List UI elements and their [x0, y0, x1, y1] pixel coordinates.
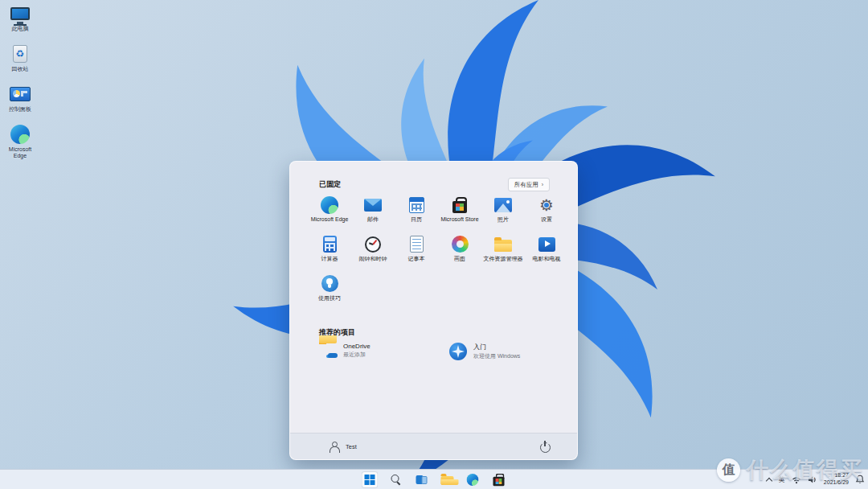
pinned-app-paint[interactable]: 画图	[438, 232, 481, 271]
recommended-item-get-started[interactable]: 入门 欢迎使用 Windows	[444, 340, 525, 363]
store-icon	[451, 195, 469, 214]
pinned-app-photos[interactable]: 照片	[481, 192, 525, 232]
search-icon	[391, 475, 400, 484]
calculator-icon	[321, 235, 339, 253]
desktop-icon-label: 控制面板	[9, 106, 31, 113]
desktop-icon-label: 此电脑	[12, 26, 29, 32]
pinned-apps-grid: Microsoft Edge 邮件 日历 Microsoft Store 照片 …	[308, 192, 573, 310]
task-view-icon	[416, 475, 427, 484]
taskbar-clock[interactable]: 18:27 2021/6/29	[824, 472, 849, 487]
pinned-app-tips[interactable]: 使用技巧	[308, 271, 351, 310]
edge-button[interactable]	[465, 471, 481, 488]
pinned-section-header: 已固定	[319, 179, 341, 190]
ime-language-indicator[interactable]: 英	[779, 475, 785, 484]
pinned-app-movies-tv[interactable]: 电影和电视	[525, 232, 568, 271]
desktop-icon-recycle-bin[interactable]: ♻ 回收站	[2, 43, 39, 72]
start-menu-footer: Test	[290, 433, 577, 459]
user-name: Test	[346, 443, 357, 450]
desktop-icon-label: 回收站	[12, 66, 29, 72]
edge-icon	[321, 195, 339, 214]
taskbar-center-icons	[362, 470, 507, 489]
hidden-icons-chevron[interactable]	[767, 477, 772, 483]
pinned-app-calendar[interactable]: 日历	[395, 192, 438, 232]
task-view-button[interactable]	[413, 471, 430, 488]
desktop-icon-edge[interactable]: Microsoft Edge	[2, 124, 39, 159]
paint-palette-icon	[451, 235, 469, 253]
photos-icon	[494, 195, 513, 214]
desktop: 此电脑 ♻ 回收站 控制面板 Microsoft Edge 已固定 所有应用 ›…	[0, 0, 868, 489]
store-icon	[493, 477, 504, 487]
file-explorer-button[interactable]	[439, 471, 456, 488]
search-button[interactable]	[387, 471, 404, 488]
pinned-app-mail[interactable]: 邮件	[351, 192, 395, 232]
power-button[interactable]	[538, 440, 551, 453]
this-pc-icon	[10, 3, 31, 24]
notifications-bell-icon[interactable]	[855, 475, 865, 484]
folder-icon	[440, 476, 453, 485]
taskbar: 英 18:27 2021/6/29	[0, 469, 868, 489]
pinned-app-alarms-clock[interactable]: 闹钟和时钟	[351, 232, 395, 271]
tips-bulb-icon	[321, 274, 339, 293]
start-menu: 已固定 所有应用 › Microsoft Edge 邮件 日历 Microsof…	[289, 161, 578, 460]
pinned-app-notepad[interactable]: 记事本	[395, 232, 438, 271]
desktop-icon-label: Microsoft Edge	[2, 146, 39, 159]
recycle-bin-icon: ♻	[10, 43, 31, 64]
user-account-button[interactable]: Test	[322, 439, 363, 454]
clock-icon	[364, 235, 383, 253]
all-apps-button[interactable]: 所有应用 ›	[508, 178, 550, 191]
network-icon[interactable]	[792, 475, 801, 484]
pinned-app-microsoft-edge[interactable]: Microsoft Edge	[308, 192, 351, 232]
onedrive-folder-icon	[319, 343, 337, 358]
gear-icon: ⚙	[538, 195, 556, 214]
desktop-icon-list: 此电脑 ♻ 回收站 控制面板 Microsoft Edge	[2, 3, 39, 159]
edge-icon	[10, 124, 31, 145]
desktop-icon-control-panel[interactable]: 控制面板	[2, 84, 39, 113]
desktop-icon-this-pc[interactable]: 此电脑	[2, 3, 39, 32]
pinned-app-microsoft-store[interactable]: Microsoft Store	[438, 192, 481, 232]
notepad-icon	[407, 235, 426, 253]
volume-icon[interactable]	[808, 475, 817, 484]
windows-logo-icon	[365, 475, 375, 485]
pinned-app-settings[interactable]: ⚙ 设置	[525, 192, 568, 232]
pinned-app-calculator[interactable]: 计算器	[308, 232, 351, 271]
chevron-right-icon: ›	[542, 182, 543, 187]
start-button[interactable]	[362, 471, 379, 488]
edge-icon	[467, 474, 479, 486]
movies-tv-icon	[538, 235, 556, 253]
folder-icon	[494, 235, 513, 253]
system-tray: 英 18:27 2021/6/29	[767, 470, 865, 489]
control-panel-icon	[10, 84, 31, 105]
calendar-icon	[407, 195, 426, 214]
user-avatar-icon	[329, 442, 339, 452]
get-started-icon	[449, 343, 467, 360]
all-apps-label: 所有应用	[514, 181, 538, 189]
recommended-item-onedrive[interactable]: OneDrive 最近添加	[314, 340, 375, 361]
store-button[interactable]	[490, 471, 507, 488]
mail-icon	[364, 195, 383, 214]
pinned-app-file-explorer[interactable]: 文件资源管理器	[481, 232, 525, 271]
